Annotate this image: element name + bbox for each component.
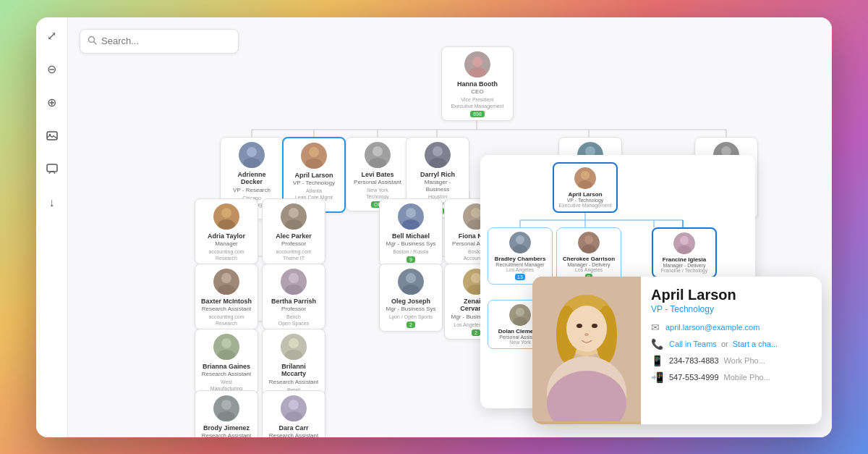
svg-point-83: [289, 338, 299, 348]
teams-icon: 📞: [651, 338, 663, 350]
svg-point-109: [584, 235, 593, 244]
profile-title: VP - Technology: [651, 304, 812, 314]
svg-point-80: [221, 338, 231, 348]
svg-point-112: [680, 236, 689, 245]
svg-point-56: [221, 208, 231, 218]
root-name: Hanna Booth: [457, 80, 498, 88]
profile-name: April Larson: [651, 287, 812, 303]
collapse-icon[interactable]: ⤢: [42, 26, 62, 46]
profile-avatar-svg: [532, 277, 641, 421]
zoom-out-icon[interactable]: ⊖: [42, 59, 62, 80]
svg-point-77: [471, 273, 481, 283]
profile-email-row: ✉ april.larson@example.com: [651, 321, 812, 333]
node-brianna-gaines[interactable]: Brianna Gaines Research Assistant West M…: [195, 329, 258, 395]
root-badge: 698: [470, 111, 485, 117]
sidebar: ⤢ ⊖ ⊕ ↓: [36, 17, 68, 437]
node-adria-taylor[interactable]: Adria Taylor Manager accounting.com Rese…: [195, 198, 258, 264]
node-dara-carr[interactable]: Dara Carr Research Assistant In-Person /…: [262, 390, 326, 437]
profile-mobile: 547-553-4999 Mobile Pho...: [669, 373, 770, 382]
svg-point-62: [406, 208, 416, 218]
svg-point-47: [433, 146, 443, 156]
svg-point-65: [471, 208, 481, 218]
node-brody-jimenez[interactable]: Brody Jimenez Research Assistant West / …: [195, 390, 258, 437]
teams-label: Call in Teams or Start a cha...: [669, 340, 778, 348]
svg-point-44: [373, 146, 383, 156]
svg-point-86: [221, 400, 231, 410]
svg-point-133: [592, 324, 597, 328]
phone-icon: 📱: [651, 355, 663, 366]
svg-line-4: [94, 41, 97, 44]
profile-mobile-row: 📲 547-553-4999 Mobile Pho...: [651, 371, 812, 383]
profile-email[interactable]: april.larson@example.com: [665, 323, 760, 332]
svg-point-35: [472, 56, 482, 67]
root-node[interactable]: Hanna Booth CEO Vice President Executive…: [441, 46, 514, 121]
mobile-icon: 📲: [651, 371, 663, 383]
node-bertha-parrish[interactable]: Bertha Parrish Professor Bench Open Spac…: [262, 264, 326, 329]
search-input[interactable]: [101, 35, 231, 46]
svg-point-41: [309, 147, 319, 157]
svg-point-134: [584, 333, 589, 336]
profile-phone-work: 234-783-4883 Work Pho...: [669, 356, 765, 365]
root-meta2: Executive Management: [451, 104, 503, 109]
svg-rect-2: [47, 164, 57, 172]
node-baxter-mcintosh[interactable]: Baxter McIntosh Research Assistant accou…: [195, 264, 258, 329]
profile-phone-row: 📱 234-783-4883 Work Pho...: [651, 355, 812, 366]
svg-point-106: [516, 235, 524, 244]
node-brilanni-mccarty[interactable]: Brilanni Mccarty Research Assistant Reta…: [262, 329, 326, 396]
node-alec-parker[interactable]: Alec Parker Professor accounting.com The…: [262, 198, 326, 264]
zoom-in-icon[interactable]: ⊕: [42, 93, 62, 113]
profile-photo-area: [532, 277, 641, 424]
profile-card: April Larson VP - Technology ✉ april.lar…: [532, 277, 822, 424]
root-meta1: Vice President: [461, 97, 493, 102]
root-avatar: [464, 51, 490, 77]
profile-teams-row: 📞 Call in Teams or Start a cha...: [651, 338, 812, 350]
svg-point-59: [289, 208, 299, 218]
chat-icon[interactable]: [42, 159, 62, 180]
root-title: CEO: [471, 88, 483, 96]
svg-point-68: [221, 273, 231, 283]
svg-point-89: [289, 400, 299, 410]
svg-point-38: [247, 147, 257, 157]
mini-node-francine[interactable]: Francine Iglesia Manager - Delivery Fran…: [652, 227, 717, 278]
svg-point-115: [516, 308, 524, 316]
svg-point-132: [576, 324, 582, 328]
main-area: Hanna Booth CEO Vice President Executive…: [68, 17, 832, 437]
svg-point-74: [406, 273, 416, 283]
profile-info: April Larson VP - Technology ✉ april.lar…: [641, 277, 822, 424]
svg-point-71: [289, 273, 299, 283]
mini-node-april[interactable]: April Larson VP - Technology Executive M…: [553, 162, 618, 213]
download-icon[interactable]: ↓: [42, 193, 62, 213]
email-icon: ✉: [651, 321, 660, 333]
app-window: ⤢ ⊖ ⊕ ↓: [36, 17, 832, 437]
svg-rect-0: [47, 132, 57, 140]
node-oleg-joseph[interactable]: Oleg Joseph Mgr - Business Sys Lyon / Op…: [379, 264, 443, 332]
search-bar: [80, 29, 239, 54]
svg-point-131: [566, 306, 607, 352]
image-icon[interactable]: [42, 126, 62, 146]
search-icon: [88, 35, 97, 47]
node-bell-michael[interactable]: Bell Michael Mgr - Business Sys Boston /…: [379, 198, 443, 266]
svg-point-103: [581, 171, 590, 180]
